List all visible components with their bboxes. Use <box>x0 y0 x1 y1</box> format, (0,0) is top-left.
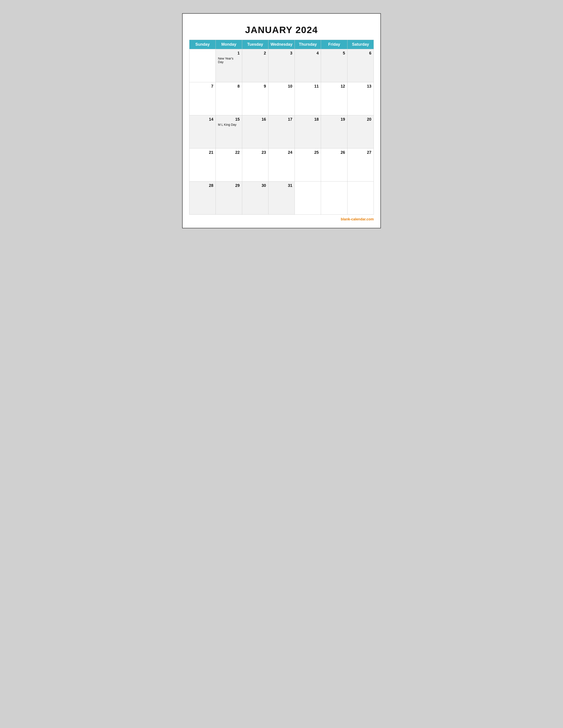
day-cell <box>321 182 347 215</box>
header-row: SundayMondayTuesdayWednesdayThursdayFrid… <box>189 40 374 49</box>
day-cell: 1New Year's Day <box>216 49 242 82</box>
day-cell: 26 <box>321 148 347 182</box>
calendar-title: JANUARY 2024 <box>189 20 374 40</box>
week-row-4: 21222324252627 <box>189 148 374 182</box>
day-number: 27 <box>350 150 371 155</box>
day-cell: 9 <box>242 82 268 115</box>
day-number: 12 <box>323 84 345 89</box>
day-cell <box>295 182 321 215</box>
day-number: 9 <box>244 84 266 89</box>
day-cell: 28 <box>189 182 216 215</box>
calendar-table: SundayMondayTuesdayWednesdayThursdayFrid… <box>189 40 374 215</box>
day-cell: 16 <box>242 115 268 148</box>
day-cell: 3 <box>268 49 295 82</box>
day-number: 3 <box>271 51 292 56</box>
day-number: 13 <box>350 84 371 89</box>
day-number: 19 <box>323 117 345 122</box>
day-cell: 19 <box>321 115 347 148</box>
day-number: 20 <box>350 117 371 122</box>
day-cell: 5 <box>321 49 347 82</box>
footer: blank-calendar.com <box>189 215 374 221</box>
header-friday: Friday <box>321 40 347 49</box>
day-number: 4 <box>297 51 319 56</box>
day-cell: 12 <box>321 82 347 115</box>
day-cell: 29 <box>216 182 242 215</box>
day-number: 11 <box>297 84 319 89</box>
header-sunday: Sunday <box>189 40 216 49</box>
day-cell: 21 <box>189 148 216 182</box>
week-row-2: 78910111213 <box>189 82 374 115</box>
day-number: 23 <box>244 150 266 155</box>
header-tuesday: Tuesday <box>242 40 268 49</box>
day-number: 21 <box>192 150 213 155</box>
day-cell: 23 <box>242 148 268 182</box>
header-thursday: Thursday <box>295 40 321 49</box>
day-cell: 15M L King Day <box>216 115 242 148</box>
day-cell: 2 <box>242 49 268 82</box>
day-number: 14 <box>192 117 213 122</box>
day-number: 31 <box>271 183 292 188</box>
event-text: M L King Day <box>218 123 239 126</box>
day-number: 22 <box>218 150 239 155</box>
day-cell: 10 <box>268 82 295 115</box>
day-cell: 27 <box>347 148 374 182</box>
day-number: 7 <box>192 84 213 89</box>
day-cell: 24 <box>268 148 295 182</box>
day-cell: 11 <box>295 82 321 115</box>
day-number: 16 <box>244 117 266 122</box>
day-number: 8 <box>218 84 239 89</box>
week-row-3: 1415M L King Day1617181920 <box>189 115 374 148</box>
day-cell <box>347 182 374 215</box>
day-number: 18 <box>297 117 319 122</box>
day-number: 29 <box>218 183 239 188</box>
week-row-5: 28293031 <box>189 182 374 215</box>
day-number: 17 <box>271 117 292 122</box>
day-cell: 14 <box>189 115 216 148</box>
calendar-page: JANUARY 2024 SundayMondayTuesdayWednesda… <box>182 13 381 228</box>
day-cell: 4 <box>295 49 321 82</box>
day-cell: 17 <box>268 115 295 148</box>
header-saturday: Saturday <box>347 40 374 49</box>
week-row-1: 1New Year's Day23456 <box>189 49 374 82</box>
day-number: 1 <box>218 51 239 56</box>
header-wednesday: Wednesday <box>268 40 295 49</box>
day-cell: 20 <box>347 115 374 148</box>
header-monday: Monday <box>216 40 242 49</box>
day-number: 30 <box>244 183 266 188</box>
day-cell: 18 <box>295 115 321 148</box>
day-number: 6 <box>350 51 371 56</box>
day-number: 5 <box>323 51 345 56</box>
day-number: 10 <box>271 84 292 89</box>
event-text: New Year's Day <box>218 57 239 64</box>
day-number: 2 <box>244 51 266 56</box>
day-cell: 31 <box>268 182 295 215</box>
day-number: 28 <box>192 183 213 188</box>
day-cell: 30 <box>242 182 268 215</box>
day-cell: 13 <box>347 82 374 115</box>
day-cell: 22 <box>216 148 242 182</box>
footer-text: blank-calendar.com <box>341 217 374 221</box>
day-number: 26 <box>323 150 345 155</box>
day-cell: 8 <box>216 82 242 115</box>
day-cell <box>189 49 216 82</box>
day-cell: 25 <box>295 148 321 182</box>
day-number: 15 <box>218 117 239 122</box>
day-number: 25 <box>297 150 319 155</box>
day-cell: 7 <box>189 82 216 115</box>
day-number: 24 <box>271 150 292 155</box>
day-cell: 6 <box>347 49 374 82</box>
